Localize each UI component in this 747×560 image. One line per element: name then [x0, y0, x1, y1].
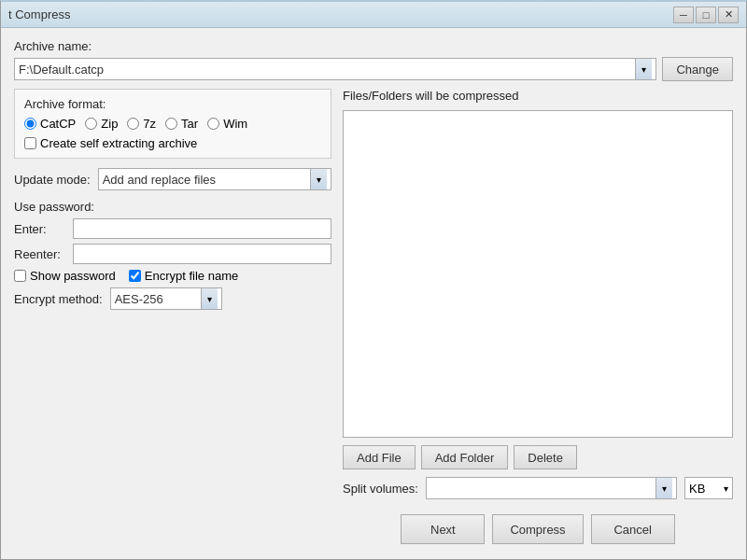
encrypt-method-select[interactable]: AES-256 ▾ — [110, 287, 222, 310]
update-mode-row: Update mode: Add and replace files ▾ — [14, 168, 331, 190]
next-button[interactable]: Next — [401, 514, 485, 544]
archive-path-value: F:\Default.catcp — [19, 63, 635, 77]
encrypt-method-label: Encrypt method: — [14, 292, 103, 306]
minimize-button[interactable]: ─ — [673, 7, 694, 23]
format-row: CatCP Zip 7z Tar Wim — [24, 117, 321, 131]
format-section: Archive format: CatCP Zip 7z Tar — [14, 89, 331, 159]
compress-button[interactable]: Compress — [492, 514, 583, 544]
enter-password-input[interactable] — [73, 218, 331, 239]
reenter-label: Reenter: — [14, 247, 65, 261]
split-combo[interactable]: ▾ — [426, 477, 677, 499]
update-mode-select[interactable]: Add and replace files ▾ — [98, 168, 331, 190]
right-panel: Files/Folders will be compressed Add Fil… — [343, 89, 733, 548]
enter-label: Enter: — [14, 222, 65, 236]
self-extracting-label: Create self extracting archive — [40, 136, 197, 150]
archive-combo[interactable]: F:\Default.catcp ▾ — [14, 58, 656, 80]
reenter-password-row: Reenter: — [14, 244, 331, 264]
close-button[interactable]: ✕ — [718, 7, 739, 23]
archive-row: F:\Default.catcp ▾ Change — [14, 57, 733, 81]
format-tar[interactable]: Tar — [165, 117, 198, 131]
change-button[interactable]: Change — [662, 57, 733, 81]
left-panel: Archive format: CatCP Zip 7z Tar — [14, 89, 331, 548]
cancel-button[interactable]: Cancel — [591, 514, 675, 544]
main-layout: Archive format: CatCP Zip 7z Tar — [14, 89, 733, 548]
encrypt-method-value: AES-256 — [115, 292, 201, 306]
split-row: Split volumes: ▾ KB ▾ — [343, 477, 733, 499]
format-label: Archive format: — [24, 97, 321, 111]
update-mode-arrow[interactable]: ▾ — [310, 169, 327, 189]
show-password-checkbox[interactable]: Show password — [14, 269, 116, 283]
split-volumes-label: Split volumes: — [343, 482, 418, 496]
encrypt-filename-label: Encrypt file name — [145, 269, 238, 283]
add-folder-button[interactable]: Add Folder — [421, 445, 509, 469]
update-mode-value: Add and replace files — [103, 173, 310, 187]
encrypt-method-arrow[interactable]: ▾ — [201, 288, 218, 309]
format-zip[interactable]: Zip — [85, 117, 118, 131]
format-7z[interactable]: 7z — [127, 117, 156, 131]
self-extracting-checkbox[interactable]: Create self extracting archive — [24, 136, 321, 150]
archive-section: Archive name: F:\Default.catcp ▾ Change — [14, 39, 733, 81]
files-area[interactable] — [343, 110, 733, 438]
show-password-label: Show password — [30, 269, 116, 283]
dialog-content: Archive name: F:\Default.catcp ▾ Change … — [1, 28, 746, 559]
format-wim[interactable]: Wim — [207, 117, 247, 131]
files-section-label: Files/Folders will be compressed — [343, 89, 733, 103]
password-options: Show password Encrypt file name — [14, 269, 331, 283]
delete-button[interactable]: Delete — [514, 445, 577, 469]
split-unit-select[interactable]: KB ▾ — [684, 477, 733, 499]
use-password-label: Use password: — [14, 200, 331, 214]
files-buttons: Add File Add Folder Delete — [343, 445, 733, 469]
archive-combo-arrow[interactable]: ▾ — [635, 59, 652, 79]
archive-name-label: Archive name: — [14, 39, 733, 53]
window-title: t Compress — [8, 7, 70, 21]
action-buttons: Next Compress Cancel — [343, 507, 733, 548]
encrypt-method-row: Encrypt method: AES-256 ▾ — [14, 287, 331, 310]
split-unit-arrow[interactable]: ▾ — [724, 483, 728, 494]
update-mode-label: Update mode: — [14, 173, 91, 187]
title-bar: t Compress ─ □ ✕ — [1, 2, 746, 28]
split-combo-arrow[interactable]: ▾ — [655, 478, 672, 498]
password-section: Use password: Enter: Reenter: Show passw… — [14, 200, 331, 310]
split-unit-value: KB — [689, 482, 724, 496]
maximize-button[interactable]: □ — [696, 7, 716, 23]
add-file-button[interactable]: Add File — [343, 445, 416, 469]
format-catcp[interactable]: CatCP — [24, 117, 76, 131]
main-window: t Compress ─ □ ✕ Archive name: F:\Defaul… — [0, 0, 747, 560]
encrypt-filename-checkbox[interactable]: Encrypt file name — [129, 269, 238, 283]
title-bar-controls: ─ □ ✕ — [673, 7, 739, 23]
reenter-password-input[interactable] — [73, 244, 331, 264]
enter-password-row: Enter: — [14, 218, 331, 239]
